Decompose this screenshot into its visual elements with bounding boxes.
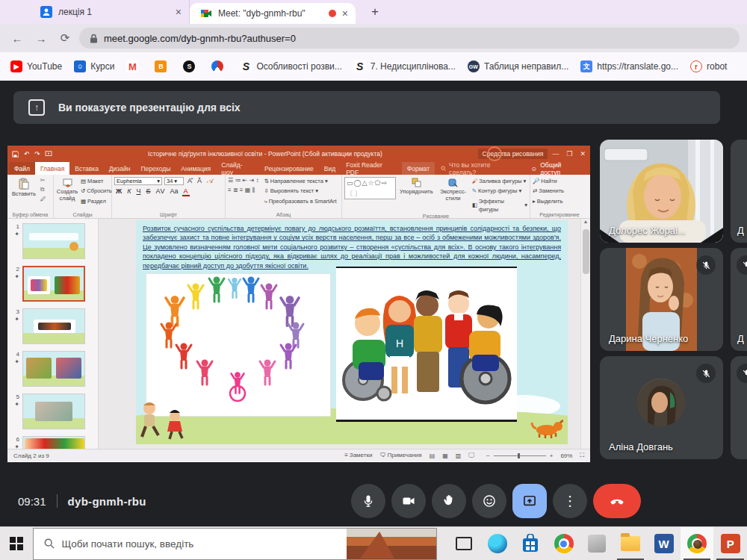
bookmark-item[interactable]: M [126,60,143,72]
new-tab-button[interactable]: + [366,4,384,19]
tab-close-icon[interactable]: × [342,7,348,19]
new-slide-button[interactable]: Создать слайд [56,177,78,202]
bookmark-item[interactable]: ☺ Курси [74,60,114,72]
section-button[interactable]: ▦Раздел [81,197,112,205]
font-color-button[interactable]: А [182,187,190,196]
fit-slide-icon[interactable]: ⛶ [580,452,584,459]
address-bar[interactable]: meet.google.com/dyb-gnmh-rbu?authuser=0 [79,28,740,49]
italic-button[interactable]: К [125,187,132,195]
shrink-font-button[interactable]: А̌ [196,177,203,184]
bold-button[interactable]: Ж [114,187,123,195]
close-window-icon[interactable]: ✕ [580,150,586,158]
slide-thumbnail[interactable]: 4✦ [12,351,95,387]
grow-font-button[interactable]: А̂ [186,177,193,184]
quick-styles-button[interactable]: Экспресс-стили [436,177,469,202]
participant-tile-alina[interactable]: Аліна Довгань [600,356,723,459]
format-painter-icon[interactable]: 🖉 [40,196,46,202]
view-normal-icon[interactable]: ▤ [430,452,436,459]
slide-thumbnail[interactable]: 6✦ [12,436,95,449]
list-indent-icons[interactable]: ☰ ≔ ⇤ ⇥ ↕ [228,177,258,184]
taskbar-powerpoint[interactable]: P [713,527,747,560]
view-reading-icon[interactable]: ▥ [456,452,462,459]
redo-icon[interactable]: ↷ [34,150,40,158]
reload-icon[interactable]: ⟳ [55,28,75,48]
participant-tile-clipped[interactable]: Д [731,140,747,243]
slideshow-icon[interactable] [45,151,52,157]
tab-design[interactable]: Дизайн [104,162,136,175]
task-view-button[interactable] [447,527,481,560]
taskbar-edge[interactable] [480,527,514,560]
change-case-button[interactable]: Аа [168,187,179,195]
taskbar-word[interactable]: W [647,527,681,560]
taskbar-store[interactable] [514,527,548,560]
slide-thumbnail[interactable]: 5✦ [12,393,95,429]
zoom-slider[interactable]: − + [486,452,553,459]
participant-tile-daryna[interactable]: Дарина Черненко [600,248,723,351]
present-screen-button[interactable] [512,484,547,518]
slide-thumbnail[interactable]: 1✦ [12,223,95,259]
leave-call-button[interactable] [593,484,641,518]
underline-button[interactable]: Ч [134,187,142,195]
text-direction-button[interactable]: ⇅Направление текста▾ [264,177,336,185]
bookmark-item[interactable]: GW Таблиця неправил... [468,60,568,72]
tab-close-icon[interactable]: × [176,6,182,18]
tab-format[interactable]: Формат [402,162,435,175]
bookmark-item[interactable] [211,60,228,72]
tab-animations[interactable]: Анимация [176,162,216,175]
save-icon[interactable] [12,151,19,158]
bookmark-item[interactable]: ▶ YouTube [10,60,62,72]
forward-icon[interactable]: → [31,28,51,48]
bookmark-item[interactable]: S Особливості розви... [240,60,341,72]
microphone-button[interactable] [351,484,385,518]
slide-paragraph[interactable]: Розвиток сучасного суспільства детерміну… [143,224,561,270]
tab-home[interactable]: Главная [35,162,69,175]
select-button[interactable]: ▸Выделить [533,197,586,205]
browser-tab-meet[interactable]: Meet: "dyb-gnmh-rbu" × [190,3,356,24]
minimize-icon[interactable]: — [552,150,559,158]
undo-icon[interactable]: ↶ [24,150,29,158]
find-button[interactable]: 🔎Найти [533,177,586,185]
slide[interactable]: Розвиток сучасного суспільства детерміну… [136,220,568,444]
comments-button[interactable]: 🗨 Примечания [379,451,421,460]
browser-tab-lekcia[interactable]: лекція 1 × [30,0,190,24]
tab-review[interactable]: Рецензирование [259,162,319,175]
reset-button[interactable]: ↺Сбросить [81,187,112,195]
participant-tile-dolores[interactable]: Долорес Жораі... [600,140,723,243]
back-icon[interactable]: ← [7,28,27,48]
font-size-select[interactable]: 34▾ [164,177,184,185]
slide-thumbnail[interactable]: 3✦ [12,308,95,344]
shape-effects-button[interactable]: ◧Эффекты фигуры▾ [472,197,527,214]
layout-button[interactable]: ▤Макет [81,177,112,185]
restore-icon[interactable]: ❐ [566,150,572,158]
view-sorter-icon[interactable]: ▦ [442,452,448,459]
char-spacing-button[interactable]: АV [154,187,166,195]
slide-scrollbar[interactable]: ▲ [580,219,590,449]
tellme-box[interactable]: Что вы хотите сделать? [435,162,524,175]
more-options-button[interactable]: ⋮ [553,484,587,518]
taskbar-app[interactable] [580,527,614,560]
tab-view[interactable]: Вид [319,162,341,175]
taskbar-explorer[interactable] [614,527,648,560]
taskbar-chrome[interactable] [548,527,581,560]
slide-thumbnail-selected[interactable]: 2✦ [12,266,95,302]
bookmark-item[interactable]: S 7. Недисциплінова... [354,60,456,72]
paste-button[interactable]: Вставить [10,177,38,198]
shapes-gallery[interactable]: ▭◯△☆⬠⇨〔〕╲╱◠☆( ) [344,177,396,199]
tab-transitions[interactable]: Переходы [135,162,176,175]
bookmark-item[interactable]: B [155,60,171,72]
participant-tile-clipped[interactable] [731,356,747,459]
camera-button[interactable] [391,484,426,518]
copy-icon[interactable]: ⧉ [40,186,46,193]
bookmark-item[interactable]: 文 https://translate.go... [580,60,678,72]
participant-tile-clipped[interactable]: Д [731,248,747,351]
arrange-button[interactable]: Упорядочить [398,177,434,196]
shape-fill-button[interactable]: 🖌Заливка фигуры▾ [472,177,527,185]
bookmark-item[interactable]: r robot [690,60,727,72]
notes-button[interactable]: ≡ Заметки [344,451,372,460]
tab-insert[interactable]: Вставка [69,162,104,175]
smartart-button[interactable]: ⤷Преобразовать в SmartArt [264,197,336,205]
shape-outline-button[interactable]: ✎Контур фигуры▾ [472,187,527,195]
search-highlight-image[interactable] [347,529,436,559]
cut-icon[interactable]: ✂ [40,177,46,184]
view-slideshow-icon[interactable]: 🖵 [468,452,474,459]
